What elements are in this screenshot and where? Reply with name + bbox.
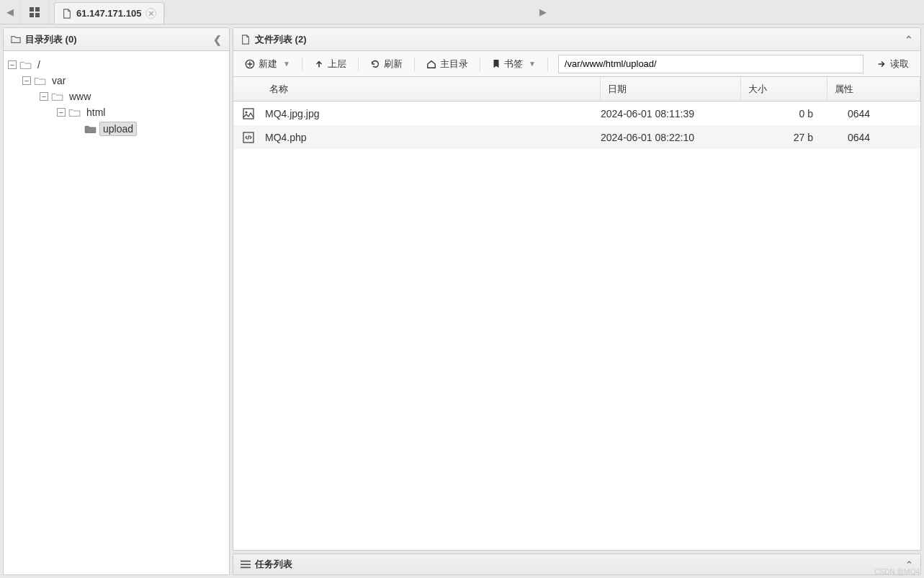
file-icon [241,35,251,45]
tree-html[interactable]: − html [8,104,225,120]
table-row[interactable]: MQ4.jpg.jpg 2024-06-01 08:11:39 0 b 0644 [233,101,920,125]
caret-down-icon: ▼ [283,60,290,68]
folder-icon [84,125,97,134]
code-file-icon [242,131,255,144]
file-size: 27 b [741,132,827,143]
right-panel: 文件列表 (2) ⌃ 新建 ▼ 上层 刷新 [233,27,921,575]
file-icon [62,9,72,19]
tab-grid-button[interactable] [20,0,49,24]
file-date: 2024-06-01 08:11:39 [601,108,741,119]
file-table-header: 名称 日期 大小 属性 [233,77,920,101]
file-table-body: MQ4.jpg.jpg 2024-06-01 08:11:39 0 b 0644… [233,101,920,550]
file-panel: 文件列表 (2) ⌃ 新建 ▼ 上层 刷新 [233,27,921,551]
task-panel[interactable]: 任务列表 ⌃ [233,554,921,575]
home-icon [426,59,436,69]
folder-open-icon [51,92,63,101]
svg-point-6 [246,111,248,113]
file-name: MQ4.php [265,132,307,143]
separator [302,57,302,71]
tree-toggle-icon[interactable]: − [22,76,31,85]
tree-var[interactable]: − var [8,73,225,89]
folder-open-icon [19,60,32,70]
separator [547,57,548,71]
read-button[interactable]: 读取 [871,55,915,73]
image-file-icon [242,107,255,120]
table-row[interactable]: MQ4.php 2024-06-01 08:22:10 27 b 0644 [233,125,920,149]
directory-panel-header: 目录列表 (0) ❮ [4,28,229,51]
folder-open-icon [34,76,46,86]
tree-toggle-icon[interactable]: − [57,108,66,117]
refresh-button[interactable]: 刷新 [364,55,408,73]
plus-circle-icon [245,59,255,69]
watermark: CSDN @MQ4 [874,568,920,576]
tree-upload[interactable]: upload [8,120,225,137]
arrow-up-icon [314,59,324,69]
path-input[interactable] [558,55,864,73]
tree-label: www [66,90,94,103]
btn-label: 上层 [328,58,346,71]
svg-rect-1 [35,7,40,12]
svg-rect-3 [35,13,40,17]
col-size[interactable]: 大小 [741,77,827,101]
svg-rect-2 [30,13,34,17]
tab-scroll-left[interactable]: ◀ [0,0,20,24]
btn-label: 读取 [890,58,909,71]
separator [480,57,480,71]
file-panel-header: 文件列表 (2) ⌃ [233,28,920,51]
file-perm: 0644 [827,108,920,119]
collapse-left-icon[interactable]: ❮ [213,34,222,45]
up-button[interactable]: 上层 [308,55,352,73]
task-title: 任务列表 [255,558,292,571]
btn-label: 刷新 [384,58,403,71]
btn-label: 书签 [504,58,523,71]
tree-root[interactable]: − / [8,57,225,73]
tab-scroll-right[interactable]: ▶ [164,3,921,21]
new-button[interactable]: 新建 ▼ [239,55,296,73]
tree-toggle-icon[interactable]: − [40,92,48,101]
refresh-icon [370,59,380,69]
tree-label: / [35,58,43,71]
file-date: 2024-06-01 08:22:10 [601,132,741,143]
separator [358,57,359,71]
tree-label: upload [99,122,137,136]
btn-label: 新建 [259,58,277,71]
bookmark-button[interactable]: 书签 ▼ [486,55,542,73]
folder-open-icon [68,108,81,117]
separator [414,57,415,71]
tab-bar: ◀ 61.147.171.105 × ▶ [0,0,924,24]
collapse-up-icon[interactable]: ⌃ [905,34,913,45]
tree-toggle-icon[interactable]: − [8,60,17,69]
tab-close-icon[interactable]: × [145,8,156,19]
list-icon [241,560,251,569]
bookmark-icon [492,59,501,69]
btn-label: 主目录 [440,58,468,71]
arrow-right-icon [876,59,887,69]
col-name[interactable]: 名称 [233,77,601,101]
file-size: 0 b [741,108,827,119]
file-name: MQ4.jpg.jpg [265,108,319,119]
tree-label: html [84,106,108,119]
directory-tree: − / − var − www − html upload [4,51,229,574]
directory-panel: 目录列表 (0) ❮ − / − var − www − html [3,27,230,575]
col-perm[interactable]: 属性 [827,77,920,101]
file-toolbar: 新建 ▼ 上层 刷新 主目录 [233,51,920,77]
grid-icon [30,7,40,17]
main-area: 目录列表 (0) ❮ − / − var − www − html [0,24,924,578]
folder-icon [11,35,21,45]
caret-down-icon: ▼ [529,60,536,68]
tab-host[interactable]: 61.147.171.105 × [54,2,164,24]
directory-panel-title: 目录列表 (0) [25,33,77,46]
tree-label: var [49,74,68,87]
file-panel-title: 文件列表 (2) [255,33,307,46]
home-button[interactable]: 主目录 [421,55,474,73]
svg-rect-0 [30,7,34,12]
col-date[interactable]: 日期 [601,77,741,101]
file-perm: 0644 [827,132,920,143]
tree-www[interactable]: − www [8,89,225,104]
tab-label: 61.147.171.105 [76,8,141,19]
